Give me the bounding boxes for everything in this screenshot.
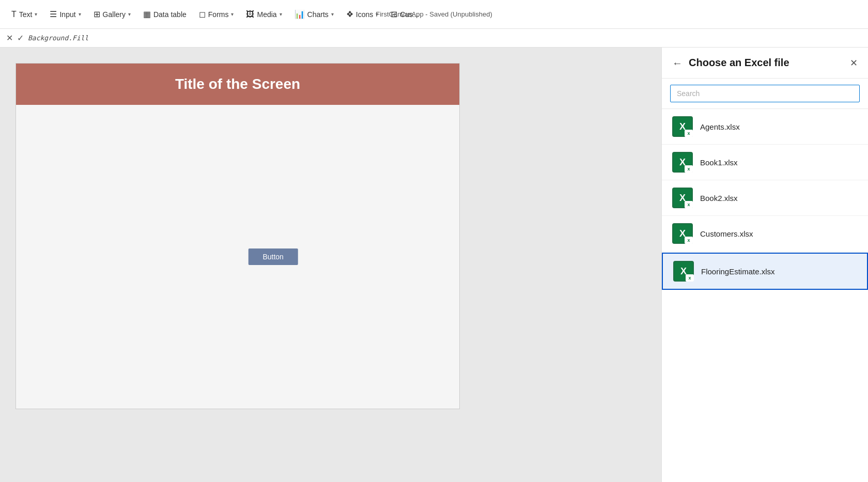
excel-icon: X x xyxy=(672,152,693,173)
canvas-title: Title of the Screen xyxy=(175,76,300,92)
charts-icon: 📊 xyxy=(295,9,305,19)
file-name-book2: Book2.xlsx xyxy=(700,194,738,203)
forms-icon: ◻ xyxy=(199,9,206,19)
panel-close-button[interactable]: ✕ xyxy=(850,57,858,69)
app-title: FirstCanvasApp - Saved (Unpublished) xyxy=(376,10,492,18)
toolbar-label-input: Input xyxy=(59,10,75,19)
toolbar-label-text: Text xyxy=(19,10,33,19)
excel-icon: X x xyxy=(672,188,693,208)
canvas-button[interactable]: Button xyxy=(248,248,298,265)
excel-icon: X x xyxy=(672,223,693,244)
chevron-down-icon: ▾ xyxy=(331,11,334,17)
formula-confirm-icon[interactable]: ✓ xyxy=(17,33,24,43)
panel-search-area xyxy=(662,79,868,109)
formula-cancel-icon[interactable]: ✕ xyxy=(6,33,13,43)
input-icon: ☰ xyxy=(50,9,57,19)
file-name-flooring: FlooringEstimate.xlsx xyxy=(701,267,775,276)
media-icon: 🖼 xyxy=(246,10,254,19)
toolbar-label-gallery: Gallery xyxy=(103,10,126,19)
toolbar-item-charts[interactable]: 📊 Charts ▾ xyxy=(289,6,339,22)
toolbar-item-media[interactable]: 🖼 Media ▾ xyxy=(241,7,287,22)
canvas-area: Title of the Screen Button xyxy=(0,48,661,482)
chevron-down-icon: ▾ xyxy=(128,11,131,17)
canvas-header: Title of the Screen xyxy=(16,64,459,105)
file-item-flooring[interactable]: X x FlooringEstimate.xlsx xyxy=(662,253,868,290)
main-area: Title of the Screen Button ← Choose an E… xyxy=(0,48,868,482)
side-panel: ← Choose an Excel file ✕ X x Agents.xlsx xyxy=(661,48,868,482)
toolbar-label-media: Media xyxy=(257,10,276,19)
file-item-book2[interactable]: X x Book2.xlsx xyxy=(662,180,868,216)
canvas-body: Button xyxy=(16,105,459,409)
toolbar-item-input[interactable]: ☰ Input ▾ xyxy=(44,6,86,22)
file-item-book1[interactable]: X x Book1.xlsx xyxy=(662,145,868,180)
text-icon: T xyxy=(11,10,17,19)
data-table-icon: ▦ xyxy=(143,9,151,19)
toolbar: T Text ▾ ☰ Input ▾ ⊞ Gallery ▾ ▦ Data ta… xyxy=(0,0,868,29)
search-input[interactable] xyxy=(670,85,860,102)
panel-back-button[interactable]: ← xyxy=(672,58,683,68)
file-item-customers[interactable]: X x Customers.xlsx xyxy=(662,216,868,252)
toolbar-label-data-table: Data table xyxy=(153,10,187,19)
excel-icon: X x xyxy=(673,261,694,282)
formula-expression: Background.Fill xyxy=(28,34,88,42)
toolbar-label-forms: Forms xyxy=(208,10,229,19)
file-name-customers: Customers.xlsx xyxy=(700,229,753,238)
icons-icon: ❖ xyxy=(346,9,353,19)
formula-bar: ✕ ✓ Background.Fill xyxy=(0,29,868,48)
chevron-down-icon: ▾ xyxy=(35,11,37,17)
toolbar-item-text[interactable]: T Text ▾ xyxy=(6,7,42,22)
file-name-book1: Book1.xlsx xyxy=(700,158,738,167)
toolbar-item-gallery[interactable]: ⊞ Gallery ▾ xyxy=(88,6,136,22)
toolbar-label-charts: Charts xyxy=(307,10,329,19)
toolbar-item-forms[interactable]: ◻ Forms ▾ xyxy=(194,6,239,22)
toolbar-label-icons: Icons xyxy=(356,10,373,19)
toolbar-item-data-table[interactable]: ▦ Data table xyxy=(138,6,192,22)
panel-title: Choose an Excel file xyxy=(689,57,844,69)
chevron-down-icon: ▾ xyxy=(79,11,81,17)
file-list: X x Agents.xlsx X x Book1.xlsx X xyxy=(662,109,868,482)
file-item-agents[interactable]: X x Agents.xlsx xyxy=(662,109,868,145)
gallery-icon: ⊞ xyxy=(94,9,100,19)
excel-icon: X x xyxy=(672,116,693,137)
chevron-down-icon: ▾ xyxy=(231,11,234,17)
canvas-frame: Title of the Screen Button xyxy=(16,63,460,409)
panel-header: ← Choose an Excel file ✕ xyxy=(662,48,868,79)
file-name-agents: Agents.xlsx xyxy=(700,122,740,131)
chevron-down-icon: ▾ xyxy=(280,11,282,17)
